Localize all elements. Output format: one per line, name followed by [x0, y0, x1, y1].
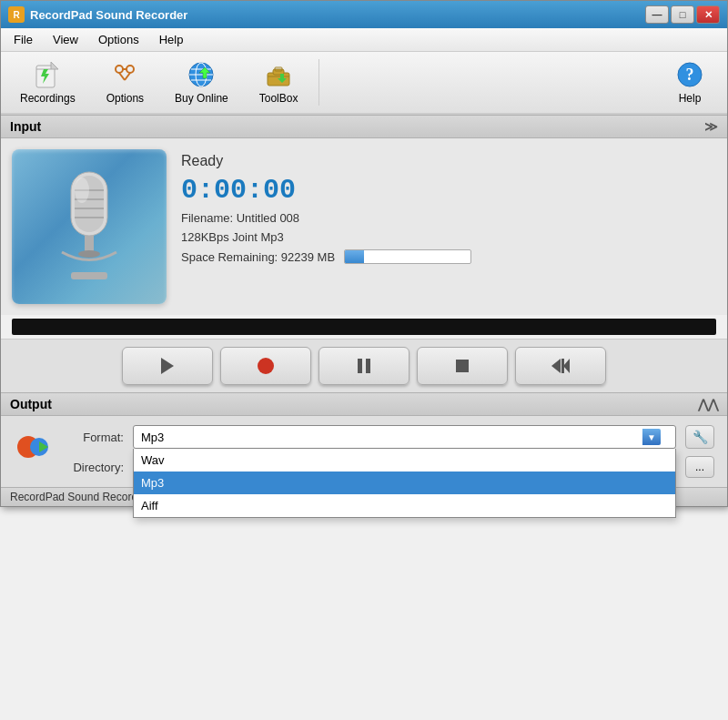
stop-button[interactable] [417, 347, 508, 385]
output-section-header: Output ⋀⋀ [1, 392, 727, 416]
pause-icon [353, 355, 375, 377]
toolbar-options-button[interactable]: Options [93, 56, 157, 109]
toolbar-recordings-button[interactable]: Recordings [6, 56, 89, 109]
format-select[interactable]: Mp3 ▼ [133, 425, 676, 449]
svg-point-2 [116, 66, 123, 73]
toolbar-help-button[interactable]: ? Help [658, 56, 722, 109]
transport-bar [1, 339, 727, 392]
menu-help[interactable]: Help [150, 30, 193, 49]
buy-online-label: Buy Online [175, 92, 228, 105]
mic-container [12, 149, 167, 304]
svg-marker-28 [161, 358, 174, 374]
format-value: Mp3 [141, 431, 164, 444]
stop-icon [451, 355, 473, 377]
microphone-icon [35, 163, 144, 290]
level-meter [12, 319, 716, 335]
format-dropdown-arrow[interactable]: ▼ [642, 429, 661, 445]
record-icon [255, 355, 277, 377]
svg-point-3 [126, 66, 134, 73]
output-content: Format: Mp3 ▼ Wav Mp3 Aiff 🔧 Directory: … [1, 416, 727, 487]
svg-point-27 [78, 250, 100, 258]
format-row: Format: Mp3 ▼ Wav Mp3 Aiff 🔧 [65, 425, 714, 449]
svg-line-6 [125, 73, 130, 80]
menu-options[interactable]: Options [89, 30, 148, 49]
rewind-icon [550, 355, 571, 377]
output-chevron-icon[interactable]: ⋀⋀ [698, 397, 718, 411]
svg-marker-33 [551, 359, 561, 373]
menu-file[interactable]: File [5, 30, 42, 49]
space-bar [344, 249, 471, 264]
svg-point-29 [258, 358, 274, 374]
toolbox-label: ToolBox [259, 92, 298, 105]
toolbar-toolbox-button[interactable]: ToolBox [246, 56, 312, 109]
help-label: Help [679, 92, 702, 105]
svg-text:?: ? [686, 66, 694, 84]
toolbar-spacer [327, 56, 654, 109]
svg-rect-32 [456, 360, 469, 372]
window-controls: — □ ✕ [645, 5, 720, 24]
space-bar-fill [345, 250, 364, 263]
toolbar: Recordings Options [1, 52, 727, 115]
menu-bar: File View Options Help [1, 28, 727, 52]
svg-marker-35 [563, 359, 570, 373]
space-label: Space Remaining: 92239 MB [181, 250, 335, 264]
wrench-button[interactable]: 🔧 [685, 425, 714, 449]
pause-button[interactable] [318, 347, 410, 385]
output-header-label: Output [10, 397, 52, 411]
svg-rect-31 [366, 359, 370, 373]
svg-rect-30 [358, 359, 362, 373]
options-label: Options [106, 92, 144, 105]
directory-label: Directory: [65, 461, 124, 474]
minimize-button[interactable]: — [645, 5, 669, 24]
input-section-header: Input ≫ [1, 115, 727, 138]
window-title: RecordPad Sound Recorder [30, 8, 645, 22]
timer-display: 0:00:00 [181, 175, 716, 206]
recordings-icon [33, 60, 62, 89]
info-panel: Ready 0:00:00 Filename: Untitled 008 128… [181, 149, 716, 264]
input-content: Ready 0:00:00 Filename: Untitled 008 128… [1, 138, 727, 315]
rewind-button[interactable] [515, 347, 606, 385]
format-label: Format: [65, 431, 124, 444]
buy-online-icon [187, 60, 216, 89]
filename-display: Filename: Untitled 008 [181, 211, 716, 225]
toolbar-buy-online-button[interactable]: Buy Online [161, 56, 242, 109]
title-bar: R RecordPad Sound Recorder — □ ✕ [1, 1, 727, 28]
format-option-wav[interactable]: Wav [134, 449, 675, 472]
toolbar-separator [318, 59, 319, 106]
format-dropdown-list: Wav Mp3 Aiff [133, 449, 676, 518]
browse-button[interactable]: ... [685, 456, 714, 478]
help-icon: ? [675, 60, 704, 89]
format-select-container: Mp3 ▼ Wav Mp3 Aiff [133, 425, 676, 449]
input-chevron-icon[interactable]: ≫ [704, 119, 718, 134]
svg-rect-25 [71, 272, 107, 279]
svg-line-5 [119, 73, 125, 80]
format-option-aiff[interactable]: Aiff [134, 494, 675, 517]
format-display: 128KBps Joint Mp3 [181, 230, 716, 244]
space-remaining-row: Space Remaining: 92239 MB [181, 249, 716, 264]
input-header-label: Input [10, 119, 41, 134]
options-icon [110, 60, 139, 89]
svg-point-26 [75, 177, 89, 203]
app-icon: R [8, 6, 25, 23]
format-option-mp3[interactable]: Mp3 [134, 472, 675, 494]
maximize-button[interactable]: □ [671, 5, 694, 24]
play-icon [157, 355, 178, 377]
menu-view[interactable]: View [44, 30, 87, 49]
close-button[interactable]: ✕ [696, 5, 720, 24]
recordings-label: Recordings [20, 92, 76, 105]
toolbox-icon [264, 60, 293, 89]
output-icon [14, 427, 54, 467]
status-display: Ready [181, 153, 716, 169]
record-button[interactable] [220, 347, 311, 385]
main-window: R RecordPad Sound Recorder — □ ✕ File Vi… [0, 0, 728, 507]
play-button[interactable] [122, 347, 213, 385]
